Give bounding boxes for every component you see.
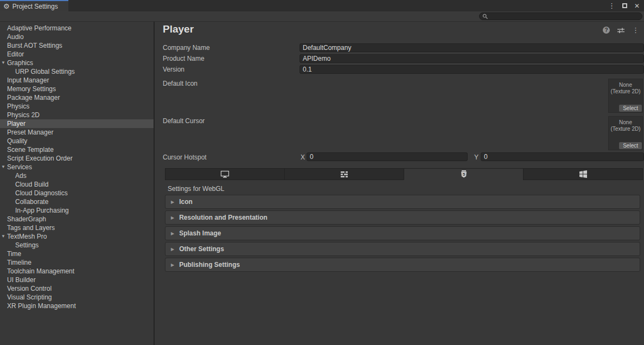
kebab-menu-icon[interactable]: ⋮ [632,27,639,34]
sidebar-item-label: Ads [15,172,27,180]
hotspot-x-label: X [301,154,305,161]
sidebar-item[interactable]: Tags and Layers [0,223,154,232]
default-cursor-label: Default Cursor [163,117,205,125]
search-icon [482,14,488,20]
sidebar-item-label: Player [7,120,25,127]
sidebar-item-label: Package Manager [7,94,60,101]
section-label: Publishing Settings [179,261,240,269]
sidebar-item[interactable]: Editor [0,50,154,59]
expand-triangle-icon[interactable] [1,60,5,65]
sidebar-item[interactable]: Toolchain Management [0,267,154,276]
windows-icon [579,170,587,178]
form-field-row: Company Name DefaultCompany [163,42,644,53]
window-menu-icon[interactable]: ⋮ [608,2,615,9]
sidebar-item[interactable]: Input Manager [0,76,154,85]
platform-tab-dedicated-server[interactable] [284,168,404,180]
sidebar-item[interactable]: UI Builder [0,276,154,284]
sidebar-item[interactable]: Script Execution Order [0,154,154,163]
sidebar-item[interactable]: TextMesh Pro [0,232,154,241]
select-button[interactable]: Select [619,105,642,112]
sidebar-item-label: Adaptive Performance [7,24,72,32]
sidebar-item[interactable]: In-App Purchasing [0,206,154,215]
sidebar-item[interactable]: Audio [0,33,154,41]
section-label: Resolution and Presentation [179,214,267,221]
help-icon[interactable]: ? [603,27,610,34]
form-field-row: Product Name APIDemo [163,53,644,64]
sidebar-item[interactable]: Memory Settings [0,85,154,93]
sidebar-item[interactable]: Physics [0,102,154,111]
sidebar-item[interactable]: XR Plugin Management [0,302,154,310]
section-header[interactable]: Splash Image [165,226,640,240]
sidebar-item-label: Preset Manager [7,129,53,136]
text-input[interactable]: DefaultCompany [299,43,644,52]
section-header[interactable]: Icon [165,195,640,209]
platform-tabstrip: 5 [165,168,643,180]
sidebar-item[interactable]: Burst AOT Settings [0,41,154,50]
sidebar-item[interactable]: Physics 2D [0,111,154,119]
select-button[interactable]: Select [619,142,642,149]
sidebar-item-label: Editor [7,50,24,58]
sidebar-item[interactable]: Scene Template [0,145,154,154]
sidebar-item[interactable]: Visual Scripting [0,293,154,302]
window-controls: ⋮ ✕ [608,0,640,11]
sidebar-item[interactable]: Quality [0,137,154,145]
sidebar-item[interactable]: Services [0,163,154,171]
section-label: Icon [179,198,193,206]
sidebar-item-label: XR Plugin Management [7,302,76,310]
sidebar-item[interactable]: ShaderGraph [0,215,154,223]
sidebar-item[interactable]: Settings [0,241,154,250]
section-header[interactable]: Other Settings [165,242,640,256]
sidebar-item-label: Version Control [7,285,52,292]
sidebar-item[interactable]: Package Manager [0,93,154,102]
text-input[interactable]: 0.1 [299,65,644,74]
form-field-row: Version 0.1 [163,64,644,75]
sidebar-item[interactable]: Preset Manager [0,128,154,137]
texture-none-value: None (Texture 2D) [609,117,642,132]
platform-tab-desktop[interactable] [165,168,284,180]
platform-tab-webgl[interactable]: 5 [404,168,523,180]
sidebar-item[interactable]: Version Control [0,284,154,293]
sidebar-item[interactable]: Cloud Diagnostics [0,189,154,197]
hotspot-y-input[interactable]: 0 [481,152,644,161]
tab-title: Project Settings [12,3,58,10]
sidebar-item[interactable]: Cloud Build [0,180,154,189]
sidebar-item[interactable]: Player [0,119,154,128]
expand-triangle-icon[interactable] [1,234,5,239]
section-label: Other Settings [179,245,224,253]
sidebar-item[interactable]: Graphics [0,59,154,67]
webgl-icon: 5 [461,170,467,178]
sidebar-item[interactable]: Timeline [0,258,154,267]
settings-for-platform-label: Settings for WebGL [168,185,225,193]
sidebar-item-label: Burst AOT Settings [7,42,62,49]
toolbar [0,11,644,22]
title-bar: ⚙ Project Settings ⋮ ✕ [0,0,644,11]
text-input[interactable]: APIDemo [299,54,644,63]
collapsed-triangle-icon [171,247,174,252]
close-icon[interactable]: ✕ [634,3,640,9]
field-label: Company Name [163,44,299,52]
hotspot-x-input[interactable]: 0 [307,152,468,161]
sidebar-item-label: UI Builder [7,276,36,284]
default-icon-well[interactable]: None (Texture 2D) Select [608,79,643,113]
collapsed-triangle-icon [171,215,174,220]
sidebar-item[interactable]: URP Global Settings [0,67,154,76]
sidebar-item[interactable]: Adaptive Performance [0,24,154,33]
maximize-icon[interactable] [622,3,627,8]
default-icon-label: Default Icon [163,80,197,87]
sidebar-item-label: Physics [7,103,29,110]
expand-triangle-icon[interactable] [1,164,5,169]
section-header[interactable]: Publishing Settings [165,258,640,272]
default-cursor-well[interactable]: None (Texture 2D) Select [608,116,643,150]
section-header[interactable]: Resolution and Presentation [165,210,640,225]
platform-tab-windows[interactable] [523,168,643,180]
sidebar-item[interactable]: Time [0,250,154,258]
presets-icon[interactable] [617,27,625,34]
sidebar-item-label: Toolchain Management [7,267,74,275]
project-settings-tab[interactable]: ⚙ Project Settings [0,0,68,11]
hotspot-y-label: Y [474,154,479,161]
sidebar-item-label: Visual Scripting [7,293,52,301]
search-input[interactable] [479,12,642,20]
sidebar-item[interactable]: Ads [0,171,154,180]
sidebar-item-label: Services [7,163,32,171]
sidebar-item[interactable]: Collaborate [0,197,154,206]
